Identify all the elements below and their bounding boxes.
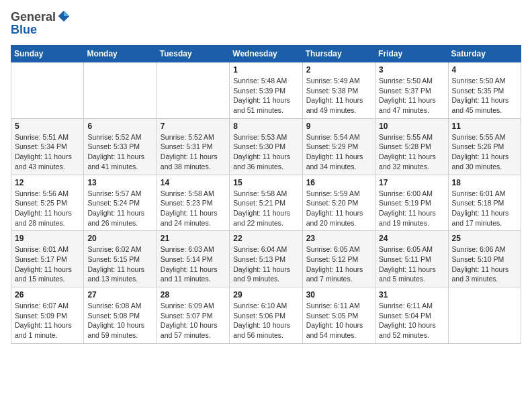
- calendar-cell: 24Sunrise: 6:05 AM Sunset: 5:11 PM Dayli…: [375, 231, 448, 287]
- day-info: Sunrise: 5:48 AM Sunset: 5:39 PM Dayligh…: [233, 76, 298, 116]
- calendar-cell: 18Sunrise: 6:01 AM Sunset: 5:18 PM Dayli…: [448, 175, 521, 231]
- day-info: Sunrise: 6:07 AM Sunset: 5:09 PM Dayligh…: [15, 301, 80, 340]
- day-number: 22: [233, 234, 298, 243]
- day-info: Sunrise: 5:51 AM Sunset: 5:34 PM Dayligh…: [15, 132, 80, 172]
- calendar-cell: 30Sunrise: 6:11 AM Sunset: 5:05 PM Dayli…: [302, 287, 375, 344]
- calendar-cell: 4Sunrise: 5:50 AM Sunset: 5:35 PM Daylig…: [448, 62, 521, 119]
- calendar-cell: 14Sunrise: 5:58 AM Sunset: 5:23 PM Dayli…: [157, 175, 229, 231]
- day-info: Sunrise: 6:10 AM Sunset: 5:06 PM Dayligh…: [233, 301, 298, 340]
- day-number: 28: [161, 290, 226, 300]
- calendar-cell: [157, 62, 229, 119]
- calendar-cell: 29Sunrise: 6:10 AM Sunset: 5:06 PM Dayli…: [230, 287, 302, 344]
- day-number: 7: [161, 122, 226, 131]
- calendar-week-5: 26Sunrise: 6:07 AM Sunset: 5:09 PM Dayli…: [11, 287, 521, 344]
- logo-blue-text: Blue: [11, 23, 37, 37]
- calendar-cell: 15Sunrise: 5:58 AM Sunset: 5:21 PM Dayli…: [230, 175, 302, 231]
- calendar-cell: 6Sunrise: 5:52 AM Sunset: 5:33 PM Daylig…: [84, 118, 157, 175]
- day-info: Sunrise: 5:55 AM Sunset: 5:28 PM Dayligh…: [379, 132, 444, 172]
- day-info: Sunrise: 6:08 AM Sunset: 5:08 PM Dayligh…: [87, 301, 152, 340]
- day-info: Sunrise: 5:56 AM Sunset: 5:25 PM Dayligh…: [15, 189, 80, 228]
- calendar-header-row: SundayMondayTuesdayWednesdayThursdayFrid…: [11, 46, 521, 62]
- calendar-week-3: 12Sunrise: 5:56 AM Sunset: 5:25 PM Dayli…: [11, 175, 521, 231]
- weekday-header-thursday: Thursday: [302, 46, 375, 62]
- calendar-cell: 23Sunrise: 6:05 AM Sunset: 5:12 PM Dayli…: [302, 231, 375, 287]
- calendar-cell: 16Sunrise: 5:59 AM Sunset: 5:20 PM Dayli…: [302, 175, 375, 231]
- calendar-week-1: 1Sunrise: 5:48 AM Sunset: 5:39 PM Daylig…: [11, 62, 521, 119]
- day-number: 29: [233, 290, 298, 300]
- calendar-cell: [11, 62, 84, 119]
- day-number: 12: [15, 178, 80, 187]
- day-info: Sunrise: 5:58 AM Sunset: 5:21 PM Dayligh…: [233, 189, 298, 228]
- day-number: 16: [306, 178, 371, 187]
- calendar-cell: 8Sunrise: 5:53 AM Sunset: 5:30 PM Daylig…: [230, 118, 302, 175]
- weekday-header-tuesday: Tuesday: [157, 46, 229, 62]
- day-info: Sunrise: 5:50 AM Sunset: 5:37 PM Dayligh…: [379, 76, 444, 116]
- day-info: Sunrise: 5:53 AM Sunset: 5:30 PM Dayligh…: [233, 132, 298, 172]
- day-number: 15: [233, 178, 298, 187]
- calendar-cell: 26Sunrise: 6:07 AM Sunset: 5:09 PM Dayli…: [11, 287, 84, 344]
- day-info: Sunrise: 6:04 AM Sunset: 5:13 PM Dayligh…: [233, 244, 298, 284]
- day-info: Sunrise: 5:50 AM Sunset: 5:35 PM Dayligh…: [452, 76, 517, 116]
- weekday-header-friday: Friday: [375, 46, 448, 62]
- day-number: 1: [233, 65, 298, 75]
- day-info: Sunrise: 6:03 AM Sunset: 5:14 PM Dayligh…: [161, 244, 226, 284]
- day-info: Sunrise: 6:00 AM Sunset: 5:19 PM Dayligh…: [379, 189, 444, 228]
- page-header: General Blue: [11, 11, 521, 37]
- day-info: Sunrise: 6:11 AM Sunset: 5:05 PM Dayligh…: [306, 301, 371, 340]
- day-number: 5: [15, 122, 80, 131]
- day-number: 30: [306, 290, 371, 300]
- weekday-header-wednesday: Wednesday: [230, 46, 302, 62]
- day-number: 11: [452, 122, 517, 131]
- day-number: 23: [306, 234, 371, 243]
- day-number: 18: [452, 178, 517, 187]
- calendar-cell: 19Sunrise: 6:01 AM Sunset: 5:17 PM Dayli…: [11, 231, 84, 287]
- day-number: 21: [161, 234, 226, 243]
- day-info: Sunrise: 6:05 AM Sunset: 5:11 PM Dayligh…: [379, 244, 444, 284]
- day-number: 24: [379, 234, 444, 243]
- day-number: 25: [452, 234, 517, 243]
- calendar-cell: 7Sunrise: 5:52 AM Sunset: 5:31 PM Daylig…: [157, 118, 229, 175]
- day-number: 17: [379, 178, 444, 187]
- calendar-cell: 3Sunrise: 5:50 AM Sunset: 5:37 PM Daylig…: [375, 62, 448, 119]
- calendar-cell: 21Sunrise: 6:03 AM Sunset: 5:14 PM Dayli…: [157, 231, 229, 287]
- calendar-table: SundayMondayTuesdayWednesdayThursdayFrid…: [11, 45, 521, 344]
- calendar-cell: [84, 62, 157, 119]
- calendar-cell: 27Sunrise: 6:08 AM Sunset: 5:08 PM Dayli…: [84, 287, 157, 344]
- day-info: Sunrise: 5:52 AM Sunset: 5:33 PM Dayligh…: [87, 132, 152, 172]
- calendar-week-2: 5Sunrise: 5:51 AM Sunset: 5:34 PM Daylig…: [11, 118, 521, 175]
- day-info: Sunrise: 5:58 AM Sunset: 5:23 PM Dayligh…: [161, 189, 226, 228]
- day-info: Sunrise: 5:54 AM Sunset: 5:29 PM Dayligh…: [306, 132, 371, 172]
- calendar-cell: [448, 287, 521, 344]
- day-number: 20: [87, 234, 152, 243]
- day-number: 26: [15, 290, 80, 300]
- day-number: 2: [306, 65, 371, 75]
- weekday-header-sunday: Sunday: [11, 46, 84, 62]
- day-info: Sunrise: 6:09 AM Sunset: 5:07 PM Dayligh…: [161, 301, 226, 340]
- day-number: 13: [87, 178, 152, 187]
- day-info: Sunrise: 5:52 AM Sunset: 5:31 PM Dayligh…: [161, 132, 226, 172]
- calendar-cell: 12Sunrise: 5:56 AM Sunset: 5:25 PM Dayli…: [11, 175, 84, 231]
- day-number: 27: [87, 290, 152, 300]
- calendar-cell: 2Sunrise: 5:49 AM Sunset: 5:38 PM Daylig…: [302, 62, 375, 119]
- day-info: Sunrise: 6:11 AM Sunset: 5:04 PM Dayligh…: [379, 301, 444, 340]
- day-number: 8: [233, 122, 298, 131]
- day-info: Sunrise: 5:49 AM Sunset: 5:38 PM Dayligh…: [306, 76, 371, 116]
- calendar-cell: 13Sunrise: 5:57 AM Sunset: 5:24 PM Dayli…: [84, 175, 157, 231]
- logo: General Blue: [11, 11, 71, 37]
- logo-icon: [57, 9, 71, 23]
- day-number: 19: [15, 234, 80, 243]
- weekday-header-saturday: Saturday: [448, 46, 521, 62]
- day-info: Sunrise: 5:59 AM Sunset: 5:20 PM Dayligh…: [306, 189, 371, 228]
- day-info: Sunrise: 6:01 AM Sunset: 5:18 PM Dayligh…: [452, 189, 517, 228]
- calendar-cell: 28Sunrise: 6:09 AM Sunset: 5:07 PM Dayli…: [157, 287, 229, 344]
- calendar-cell: 20Sunrise: 6:02 AM Sunset: 5:15 PM Dayli…: [84, 231, 157, 287]
- day-number: 4: [452, 65, 517, 75]
- day-info: Sunrise: 5:57 AM Sunset: 5:24 PM Dayligh…: [87, 189, 152, 228]
- svg-marker-1: [64, 11, 69, 16]
- calendar-week-4: 19Sunrise: 6:01 AM Sunset: 5:17 PM Dayli…: [11, 231, 521, 287]
- calendar-cell: 11Sunrise: 5:55 AM Sunset: 5:26 PM Dayli…: [448, 118, 521, 175]
- day-info: Sunrise: 5:55 AM Sunset: 5:26 PM Dayligh…: [452, 132, 517, 172]
- calendar-cell: 1Sunrise: 5:48 AM Sunset: 5:39 PM Daylig…: [230, 62, 302, 119]
- logo-general-text: General: [11, 11, 56, 23]
- calendar-cell: 9Sunrise: 5:54 AM Sunset: 5:29 PM Daylig…: [302, 118, 375, 175]
